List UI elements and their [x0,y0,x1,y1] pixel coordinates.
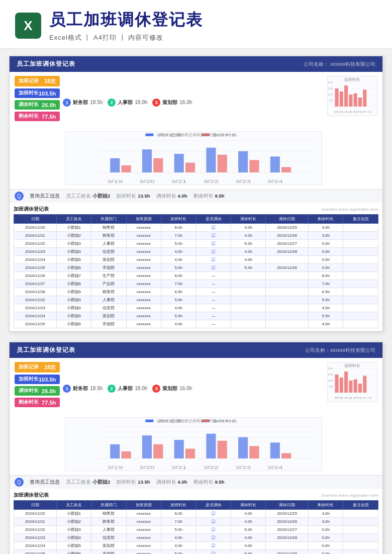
stat-label-rest-hours: 调休时长 [19,102,39,108]
sheet-header: 员工加班调休登记表 公司名称： xxxxxx科技有限公司 [10,56,382,72]
dept-num-1: 1 [63,99,71,107]
table-title-row: 加班调休登记表 Overtime leave registration form [14,206,378,213]
svg-text:3/23: 3/23 [235,178,251,183]
svg-rect-89 [354,380,357,393]
svg-rect-12 [238,151,248,172]
dept-item-plan: 3 策划部 16.0h [152,99,192,107]
svg-rect-10 [207,147,216,172]
s2-bar-chart: 加班时长 20.0h 15.0h 10.0h 5.0h [327,362,377,402]
table-row: 2024/12/21小郡姐2财务部xxxxxxx7.0h☑4.0h2024/12… [14,232,378,240]
svg-text:5.0h: 5.0h [329,386,333,388]
table-row: 2024/12/22小郡姐3人事部xxxxxxx5.0h—5.0h [14,296,378,304]
table-row: 2024/12/23小郡姐4信息部xxxxxxx4.0h☑4.0h2024/12… [14,534,378,542]
dept-num-2: 2 [108,99,116,107]
svg-text:3/21: 3/21 [171,178,187,183]
svg-text:生产: 生产 [363,397,366,399]
svg-text:15.0h: 15.0h [328,374,333,376]
svg-rect-56 [142,435,152,458]
dept-hours-finance: 18.5h [90,100,103,105]
check-icon: ☑ [211,257,216,262]
svg-rect-60 [207,433,216,458]
svg-rect-35 [335,88,338,107]
sheet-2-company: 公司名称：xxxxxx科技有限公司 [305,347,375,354]
svg-rect-61 [218,440,227,458]
svg-rect-14 [270,156,280,172]
svg-text:产品: 产品 [367,111,371,113]
line-chart-area: 近7日加班记录和加班时长 [65,131,322,186]
table-title: 加班调休登记表 [14,206,49,213]
dept-item-finance: 1 财务部 18.5h [63,99,103,107]
col-name: 员工姓名 [56,215,91,224]
check-icon: ☑ [211,527,216,532]
stat-value-overtime-hours: 103.5h [39,90,56,97]
svg-text:3/19: 3/19 [108,178,123,183]
s2-stat-card-remain: 剩余时长 77.5h [15,398,60,407]
svg-text:产品: 产品 [367,397,371,399]
table-row: 2024/12/23小郡姐4信息部xxxxxxx4.0h—4.0h [14,304,378,312]
dept-num-3: 3 [152,99,160,107]
stat-label-overtime-hours: 加班时长 [19,90,39,97]
sheet-title: 员工加班调休登记表 [17,60,75,68]
stat-card-remain-hours: 剩余时长 77.5h [15,112,60,121]
bar-chart-label: 加班时长 [344,77,360,82]
svg-text:10.0h: 10.0h [328,380,333,382]
dept-hours-hr: 18.0h [135,100,147,105]
s2-stat-card-overtime: 加班时长 103.5h [15,375,60,384]
svg-rect-41 [363,89,366,107]
check-icon: ☑ [211,225,216,230]
svg-text:3/23: 3/23 [235,465,251,470]
svg-rect-86 [340,378,343,393]
svg-rect-72 [146,419,154,422]
check-icon: ☑ [211,543,216,548]
query-icon: Q [15,192,24,201]
svg-text:20.0h: 20.0h [328,367,333,370]
sheet-2: 员工加班调休登记表 公司名称：xxxxxx科技有限公司 加班记录 18次 加班时… [9,342,383,554]
table-row: 2024/12/24小郡姐5策划部xxxxxxx4.0h☑4.0h0.0h [14,542,378,550]
svg-text:15.0h: 15.0h [328,87,333,90]
page-title: 员工加班调休登记表 [49,9,377,31]
emp-info-row: Q 查询员工信息 员工工姓名 小郡姐2 加班时长 13.5h 调休时长 4.0h… [10,189,382,203]
col-date: 日期 [14,215,57,224]
stats-chart-row: 加班记录 18次 加班时长 103.5h 调休时长 26.0h 剩余时长 77.… [10,72,382,189]
svg-rect-4 [110,158,120,172]
table-row: 2024/12/24小郡姐5策划部xxxxxxx4.0h☑4.0h0.0h [14,256,378,264]
svg-text:3/24: 3/24 [267,465,283,470]
table-row: 2024/12/22小郡姐3人事部xxxxxxx5.0h☑5.0h2024/12… [14,526,378,534]
svg-rect-90 [358,384,362,393]
svg-rect-64 [270,442,280,458]
s2-query-label: 查询员工信息 [30,479,60,486]
svg-text:信息: 信息 [349,111,352,113]
emp-remain-field: 剩余时长 9.5h [193,193,225,200]
svg-rect-13 [250,160,259,172]
svg-rect-63 [250,446,259,458]
table-row: 2024/12/25小郡姐6市场部xxxxxxx5.0h☑5.0h2024/12… [14,550,378,554]
svg-rect-22 [146,133,154,136]
dept-hours-plan: 16.0h [179,100,192,105]
svg-text:市场: 市场 [358,111,361,113]
stats-cards: 加班记录 18次 加班时长 103.5h 调休时长 26.0h 剩余时长 77.… [15,76,60,185]
table-row: 2024/12/22小郡姐3人事部xxxxxxx5.0h☑5.0h2024/12… [14,240,378,248]
svg-text:3/19: 3/19 [108,465,123,470]
stat-value-overtime-count: 18次 [44,77,56,85]
svg-text:市场: 市场 [358,397,361,399]
sheet-2-stats-chart-row: 加班记录 18次 加班时长 103.5h 调休时长 26.0h 剩余时长 77.… [10,358,382,475]
svg-rect-39 [354,94,357,107]
svg-rect-9 [185,162,195,172]
stat-card-rest-hours: 调休时长 26.0h [15,100,60,110]
svg-text:3/22: 3/22 [204,178,219,183]
col-remain: 剩余时长 [308,215,343,224]
dept-name-finance: 财务部 [73,99,88,106]
col-is-rest: 是否调休 [196,215,231,224]
stat-value-remain-hours: 77.5h [42,114,56,120]
check-icon: ☑ [211,265,216,270]
sheets-container: 员工加班调休登记表 公司名称： xxxxxx科技有限公司 加班记录 18次 加班… [0,49,392,554]
table-row: 2024/12/24小郡姐5策划部xxxxxxx5.5h—5.5h [14,312,378,320]
col-rest-date: 调休日期 [266,215,309,224]
table-header-row: 日期 员工姓名 所属部门 加班原因 加班时长 是否调休 调休时长 调休日期 剩余… [14,215,378,224]
svg-text:生产: 生产 [363,111,366,113]
check-icon: ☑ [211,233,216,238]
table-section: 加班调休登记表 Overtime leave registration form… [10,203,382,331]
svg-text:5.0h: 5.0h [329,100,333,102]
sheet-2-title: 员工加班调休登记表 [17,346,75,354]
svg-rect-8 [174,154,184,172]
